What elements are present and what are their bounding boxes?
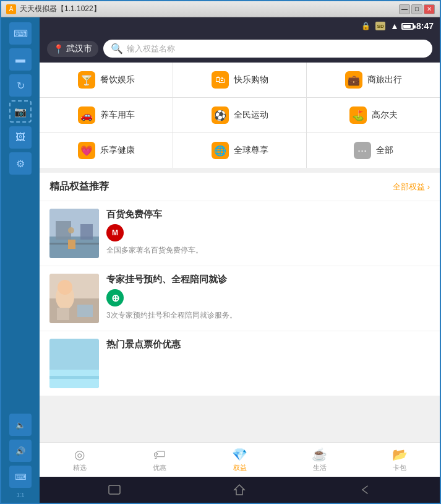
sd-icon: SD <box>375 22 385 30</box>
search-placeholder: 输入权益名称 <box>127 43 175 54</box>
category-label-travel: 商旅出行 <box>367 74 402 85</box>
category-item-dining[interactable]: 🍸 餐饮娱乐 <box>40 63 173 97</box>
category-label-dining: 餐饮娱乐 <box>100 74 135 85</box>
view-all-link[interactable]: 全部权益 › <box>393 181 430 193</box>
svg-rect-12 <box>57 308 69 320</box>
maximize-button[interactable]: □ <box>411 4 422 14</box>
zoom-label: 1:1 <box>17 492 25 498</box>
svg-rect-6 <box>68 240 75 249</box>
left-sidebar: ⌨ ▬ ↻ 📷 🖼 ⚙ 🔈 🔊 ⌨ 1:1 <box>1 17 40 503</box>
category-item-golf[interactable]: ⛳ 高尔夫 <box>307 98 440 133</box>
window-frame: A 天天模拟器【1.1.1022】 — □ ✕ ⌨ ▬ ↻ 📷 🖼 ⚙ 🔈 🔊 … <box>0 0 441 504</box>
category-label-car: 养车用车 <box>100 110 135 121</box>
sports-icon: ⚽ <box>212 106 229 124</box>
benefit-title-parking: 百货免费停车 <box>106 209 430 220</box>
section-header: 精品权益推荐 全部权益 › <box>40 173 440 201</box>
main-area: ⌨ ▬ ↻ 📷 🖼 ⚙ 🔈 🔊 ⌨ 1:1 🔒 SD ▲ <box>1 17 440 503</box>
section-title: 精品权益推荐 <box>49 180 109 193</box>
photo-icon[interactable]: 🖼 <box>9 126 32 149</box>
volume-down-icon[interactable]: 🔈 <box>9 414 32 436</box>
travel-icon: 💼 <box>345 71 362 89</box>
svg-rect-3 <box>80 224 93 240</box>
category-item-sports[interactable]: ⚽ 全民运动 <box>173 98 306 133</box>
content-area: 🍸 餐饮娱乐 🛍 快乐购物 💼 商旅出行 🚗 养车用车 <box>40 63 440 442</box>
svg-rect-16 <box>109 485 120 494</box>
category-item-health[interactable]: 💗 乐享健康 <box>40 133 173 168</box>
location-button[interactable]: 📍 武汉市 <box>47 41 98 57</box>
benefit-thumb-scenic <box>49 339 99 388</box>
search-bar[interactable]: 🔍 输入权益名称 <box>103 40 432 58</box>
car-icon: 🚗 <box>78 106 95 124</box>
nav-icon-benefits: 💎 <box>232 447 247 462</box>
category-label-health: 乐享健康 <box>100 145 135 156</box>
svg-point-5 <box>68 227 74 233</box>
recent-apps-button[interactable] <box>103 479 126 501</box>
status-time: 8:47 <box>416 21 434 31</box>
category-item-global[interactable]: 🌐 全球尊享 <box>173 133 306 168</box>
svg-point-10 <box>58 280 72 295</box>
health-icon: 💗 <box>78 142 95 159</box>
nav-item-wallet[interactable]: 📂 卡包 <box>360 443 440 477</box>
window-controls: — □ ✕ <box>399 4 435 14</box>
keyboard2-icon[interactable]: ⌨ <box>9 466 32 488</box>
nav-item-deals[interactable]: 🏷 优惠 <box>119 443 199 477</box>
nav-label-wallet: 卡包 <box>393 463 406 472</box>
status-bar: 🔒 SD ▲ 8:47 <box>40 17 440 35</box>
golf-icon: ⛳ <box>349 106 367 124</box>
home-button[interactable] <box>228 479 250 501</box>
nav-item-featured[interactable]: ◎ 精选 <box>40 443 119 477</box>
svg-rect-11 <box>77 305 93 317</box>
battery-icon[interactable]: ▬ <box>9 48 32 71</box>
category-label-sports: 全民运动 <box>234 110 268 121</box>
android-nav <box>40 477 440 503</box>
category-item-car[interactable]: 🚗 养车用车 <box>40 98 173 133</box>
category-item-travel[interactable]: 💼 商旅出行 <box>307 63 440 97</box>
benefit-desc-parking: 全国多家著名百货免费停车。 <box>106 245 430 256</box>
wifi-icon: ▲ <box>390 21 399 31</box>
volume-up-icon[interactable]: 🔊 <box>9 440 32 462</box>
nav-label-life: 生活 <box>313 463 327 472</box>
benefit-desc-medical: 3次专家预约挂号和全程陪同就诊服务。 <box>106 310 430 321</box>
category-label-global: 全球尊享 <box>234 145 268 156</box>
benefit-title-medical: 专家挂号预约、全程陪同就诊 <box>106 274 430 285</box>
brand-icon-parking: M <box>106 224 124 241</box>
lock-icon: 🔒 <box>361 22 370 30</box>
app-icon: A <box>6 4 16 14</box>
benefit-card-parking[interactable]: 百货免费停车 M 全国多家著名百货免费停车。 <box>40 201 440 266</box>
status-icons: ▲ 8:47 <box>390 21 434 31</box>
app-header: 📍 武汉市 🔍 输入权益名称 <box>40 35 440 63</box>
shopping-icon: 🛍 <box>212 71 229 89</box>
benefit-card-medical[interactable]: 专家挂号预约、全程陪同就诊 ⊕ 3次专家预约挂号和全程陪同就诊服务。 <box>40 266 440 331</box>
svg-marker-17 <box>234 485 244 495</box>
nav-label-deals: 优惠 <box>153 463 166 472</box>
window-title: 天天模拟器【1.1.1022】 <box>20 4 399 14</box>
nav-icon-deals: 🏷 <box>153 448 166 462</box>
nav-item-life[interactable]: ☕ 生活 <box>280 443 359 477</box>
benefit-title-scenic: 热门景点票价优惠 <box>106 339 430 350</box>
screenshot-icon[interactable]: 📷 <box>9 100 32 123</box>
close-button[interactable]: ✕ <box>424 4 435 14</box>
nav-item-benefits[interactable]: 💎 权益 <box>200 443 280 477</box>
settings-icon[interactable]: ⚙ <box>9 152 32 175</box>
bottom-nav: ◎ 精选 🏷 优惠 💎 权益 ☕ 生活 📂 卡包 <box>40 442 440 477</box>
rotate-icon[interactable]: ↻ <box>9 74 32 97</box>
search-icon: 🔍 <box>111 43 123 54</box>
benefit-card-scenic[interactable]: 热门景点票价优惠 <box>40 331 440 396</box>
category-label-all: 全部 <box>376 145 393 156</box>
location-pin-icon: 📍 <box>53 44 64 54</box>
nav-icon-wallet: 📂 <box>392 447 408 462</box>
phone-screen: 🔒 SD ▲ 8:47 📍 武汉市 🔍 输入权益名称 <box>40 17 440 503</box>
keyboard-icon[interactable]: ⌨ <box>9 22 32 45</box>
benefit-info-scenic: 热门景点票价优惠 <box>106 339 430 388</box>
back-button[interactable] <box>354 479 376 501</box>
benefit-info-medical: 专家挂号预约、全程陪同就诊 ⊕ 3次专家预约挂号和全程陪同就诊服务。 <box>106 274 430 323</box>
category-item-shopping[interactable]: 🛍 快乐购物 <box>173 63 306 97</box>
minimize-button[interactable]: — <box>399 4 410 14</box>
benefit-info-parking: 百货免费停车 M 全国多家著名百货免费停车。 <box>106 209 430 258</box>
category-label-golf: 高尔夫 <box>372 110 398 121</box>
location-text: 武汉市 <box>66 43 92 54</box>
svg-rect-15 <box>49 376 99 379</box>
brand-icon-medical: ⊕ <box>106 289 124 306</box>
category-item-all[interactable]: ··· 全部 <box>307 133 440 168</box>
nav-icon-life: ☕ <box>312 447 327 462</box>
